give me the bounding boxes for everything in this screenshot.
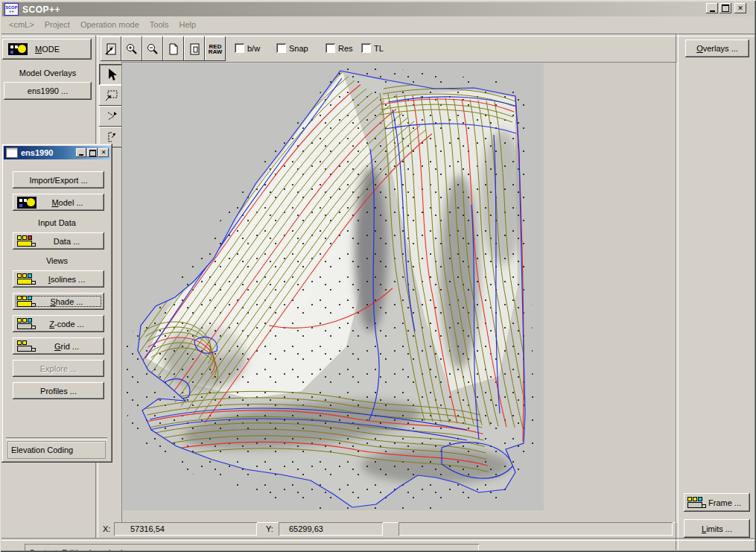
clone-view-button[interactable] xyxy=(184,37,205,61)
chevron-arrow-icon xyxy=(104,109,119,124)
map-viewport xyxy=(121,62,677,523)
frame-button[interactable]: Frame ... xyxy=(684,493,750,512)
frame-button-label: Frame ... xyxy=(708,498,741,507)
ens1990-overlay-button[interactable]: ens1990 ... xyxy=(4,82,92,100)
explore-button-label: Explore ... xyxy=(40,364,77,373)
snap-checkbox-group: Snap xyxy=(276,43,308,53)
bottom-status-field: Context: Editing launched xyxy=(25,544,479,552)
zoom-in-icon xyxy=(125,42,139,56)
tl-checkbox[interactable] xyxy=(361,43,371,53)
blank-page-icon xyxy=(167,42,180,56)
select-tool-button[interactable] xyxy=(99,64,124,85)
y-coordinate-field: 65299,63 xyxy=(279,522,383,536)
bw-checkbox-group: b/w xyxy=(235,43,260,53)
red-raw-button[interactable]: REDRAW xyxy=(205,37,226,61)
footer-separator xyxy=(6,437,107,440)
minimize-icon xyxy=(79,154,83,156)
zoom-in-button[interactable] xyxy=(121,37,142,61)
maximize-icon xyxy=(89,150,96,156)
import-export-button-label: Import/Export ... xyxy=(29,176,87,185)
scop-app-icon: SCOP++ xyxy=(4,3,19,16)
title-bar[interactable]: SCOP++ SCOP++ ✕ xyxy=(2,2,754,16)
bw-checkbox[interactable] xyxy=(235,43,244,53)
minimize-icon xyxy=(710,10,715,12)
fit-view-icon xyxy=(104,42,118,56)
tl-checkbox-label: TL xyxy=(374,44,384,53)
status-message-field xyxy=(398,522,673,536)
data-icon xyxy=(17,235,36,247)
z-code-icon xyxy=(17,318,36,330)
mode-label: M xyxy=(35,45,42,54)
shade-button[interactable]: Shade ... xyxy=(13,293,104,310)
ens1990-minimize-button[interactable] xyxy=(76,148,86,157)
ens1990-close-button[interactable]: ✕ xyxy=(98,148,109,157)
mass-points-layer xyxy=(123,63,534,510)
ens1990-window: ens1990 ✕ Import/Export ... Model ... In… xyxy=(1,144,112,463)
grid-icon xyxy=(17,340,36,352)
tl-checkbox-group: TL xyxy=(361,43,384,53)
overlays-button[interactable]: Overlays ... xyxy=(685,39,749,57)
isolines-icon xyxy=(17,273,36,285)
menu-help[interactable]: Help xyxy=(179,20,196,29)
isolines-button[interactable]: Isolines ... xyxy=(13,270,104,288)
map-canvas[interactable] xyxy=(123,63,544,510)
zoom-out-icon xyxy=(146,42,159,56)
maximize-icon xyxy=(722,4,729,12)
close-icon: ✕ xyxy=(737,5,743,12)
mode-button[interactable]: MODE xyxy=(2,39,92,60)
bw-checkbox-label: b/w xyxy=(247,44,260,53)
terrain-map-view[interactable] xyxy=(123,63,544,510)
bracket-arrow-icon xyxy=(104,130,119,145)
menu-cml[interactable]: <cmL> xyxy=(9,20,34,29)
import-export-button[interactable]: Import/Export ... xyxy=(13,171,104,188)
ens1990-title-bar[interactable]: ens1990 ✕ xyxy=(4,146,110,159)
shade-icon xyxy=(17,296,36,308)
window-title: SCOP++ xyxy=(22,4,60,15)
shade-button-label: S xyxy=(50,297,55,306)
x-coordinate-label: X: xyxy=(103,524,110,533)
menu-tools[interactable]: Tools xyxy=(150,20,169,29)
x-coordinate-value: 57316,54 xyxy=(130,524,165,533)
frame-icon xyxy=(687,497,706,509)
data-button-label: Data ... xyxy=(54,237,80,246)
explore-button: Explore ... xyxy=(13,360,104,377)
y-coordinate-value: 65299,63 xyxy=(289,524,323,533)
shift-view-tool-button[interactable] xyxy=(99,106,124,127)
snap-checkbox[interactable] xyxy=(276,43,286,53)
new-view-button[interactable] xyxy=(163,37,184,61)
model-button[interactable]: Model ... xyxy=(13,194,104,211)
ens1990-overlay-button-label: ens1990 ... xyxy=(28,86,68,95)
grid-button[interactable]: Grid ... xyxy=(13,337,104,355)
menu-operation-mode[interactable]: Operation mode xyxy=(80,20,139,29)
profiles-button[interactable]: Profiles ... xyxy=(13,382,104,399)
minimize-button[interactable] xyxy=(706,3,718,13)
menu-bar: <cmL> Project Operation mode Tools Help xyxy=(2,16,754,33)
x-coordinate-field: 57316,54 xyxy=(114,522,257,536)
fit-view-button[interactable] xyxy=(101,37,121,61)
dashed-rect-arrow-icon xyxy=(104,88,119,103)
right-panel-separator xyxy=(676,34,679,550)
elevation-coding-box[interactable]: Elevation Coding xyxy=(7,441,106,459)
menu-project[interactable]: Project xyxy=(45,20,70,29)
data-button[interactable]: Data ... xyxy=(13,232,104,250)
limits-button[interactable]: Limits ... xyxy=(684,519,750,538)
z-code-button[interactable]: Z-code ... xyxy=(13,315,104,332)
page-in-page-icon xyxy=(188,42,201,56)
zoom-out-button[interactable] xyxy=(142,37,163,61)
y-coordinate-label: Y: xyxy=(266,524,273,533)
res-checkbox-label: Res xyxy=(338,44,353,53)
res-checkbox-group: Res xyxy=(325,43,353,53)
model-icon xyxy=(17,197,36,209)
res-checkbox[interactable] xyxy=(325,43,335,53)
maximize-button[interactable] xyxy=(720,3,731,13)
ens1990-window-icon xyxy=(6,147,18,158)
close-button[interactable]: ✕ xyxy=(734,3,746,13)
snap-checkbox-label: Snap xyxy=(289,44,308,53)
profiles-button-label: Profiles ... xyxy=(40,387,77,396)
ens1990-window-title: ens1990 xyxy=(21,148,53,157)
overlays-button-label: O xyxy=(696,44,703,53)
ens1990-maximize-button[interactable] xyxy=(87,148,98,157)
zoom-region-tool-button[interactable] xyxy=(99,85,124,106)
grid-button-label: G xyxy=(54,342,61,351)
bottom-bar-separator xyxy=(1,538,755,541)
